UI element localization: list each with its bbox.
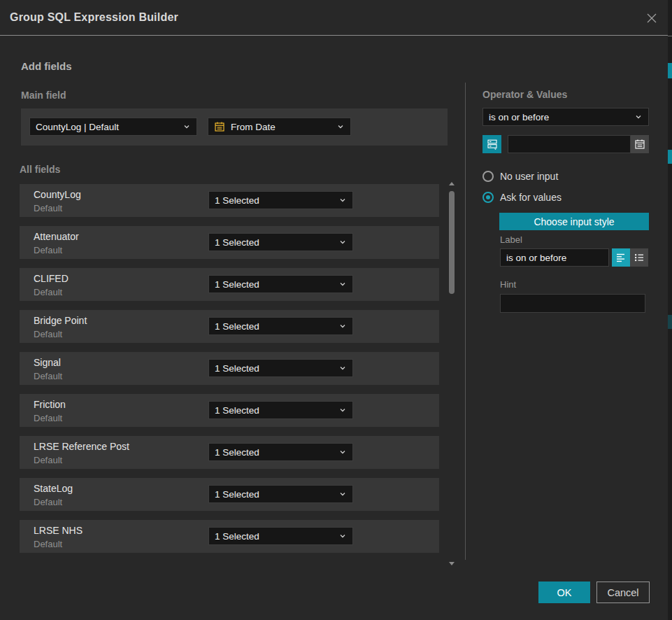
field-subtitle: Default [34, 329, 62, 339]
choose-input-style-button[interactable]: Choose input style [499, 213, 649, 230]
field-selection-dropdown-value: 1 Selected [215, 279, 334, 290]
calendar-icon [634, 139, 645, 150]
field-subtitle: Default [34, 245, 62, 255]
field-name: Signal [34, 357, 61, 368]
field-subtitle: Default [34, 203, 62, 213]
field-selection-dropdown[interactable]: 1 Selected [208, 443, 353, 461]
bullet-list-icon [634, 252, 645, 263]
field-subtitle: Default [34, 497, 62, 507]
date-picker-button[interactable] [631, 135, 649, 153]
all-fields-heading: All fields [20, 164, 60, 175]
field-selection-dropdown-value: 1 Selected [215, 531, 334, 542]
hint-field-label: Hint [500, 279, 516, 290]
radio-no-user-input[interactable]: No user input [482, 171, 558, 182]
list-input-style-button[interactable] [630, 248, 648, 267]
field-selection-dropdown-value: 1 Selected [215, 447, 334, 458]
field-row: Attenuator Default 1 Selected [20, 226, 439, 259]
field-row: Bridge Point Default 1 Selected [20, 310, 439, 343]
field-selection-dropdown[interactable]: 1 Selected [208, 275, 353, 293]
field-subtitle: Default [34, 413, 62, 423]
field-selection-dropdown-value: 1 Selected [215, 363, 334, 374]
close-icon [645, 11, 659, 25]
main-layer-dropdown[interactable]: CountyLog | Default [29, 118, 197, 136]
list-scrollbar [448, 181, 455, 567]
field-selection-dropdown[interactable]: 1 Selected [208, 401, 353, 419]
field-name: CLIFED [34, 273, 69, 284]
ok-button[interactable]: OK [538, 582, 590, 603]
dialog-titlebar: Group SQL Expression Builder [0, 0, 668, 36]
edge-accent-fragment [668, 315, 672, 329]
chevron-down-icon [338, 532, 347, 540]
field-name: Bridge Point [34, 315, 87, 326]
all-fields-list: CountyLog Default 1 Selected Attenuator … [20, 184, 439, 562]
chevron-down-icon [338, 490, 347, 498]
field-selection-dropdown-value: 1 Selected [215, 195, 334, 206]
field-row: LRSE Reference Post Default 1 Selected [20, 436, 439, 469]
field-selection-dropdown-value: 1 Selected [215, 321, 334, 332]
field-selection-dropdown[interactable]: 1 Selected [208, 233, 353, 251]
chevron-down-icon [338, 196, 347, 204]
operator-dropdown-value: is on or before [489, 112, 630, 122]
cancel-button[interactable]: Cancel [596, 582, 650, 603]
chevron-down-icon [338, 280, 347, 288]
field-selection-dropdown[interactable]: 1 Selected [208, 527, 353, 545]
field-name: StateLog [34, 483, 73, 494]
operator-dropdown[interactable]: is on or before [482, 108, 649, 126]
field-selection-dropdown-value: 1 Selected [215, 405, 334, 416]
close-button[interactable] [644, 10, 659, 26]
main-field-heading: Main field [21, 90, 66, 101]
chevron-down-icon [338, 238, 347, 246]
field-selection-dropdown-value: 1 Selected [215, 237, 334, 248]
chevron-down-icon [338, 406, 347, 414]
field-row: StateLog Default 1 Selected [20, 478, 439, 511]
single-input-style-button[interactable] [612, 248, 630, 267]
operator-values-heading: Operator & Values [482, 89, 567, 100]
field-subtitle: Default [34, 371, 62, 381]
field-name: Friction [34, 399, 66, 410]
chevron-down-icon [338, 364, 347, 372]
field-row: Signal Default 1 Selected [20, 352, 439, 385]
label-input[interactable] [500, 248, 609, 267]
scroll-down-arrow-icon[interactable] [449, 562, 455, 565]
field-subtitle: Default [34, 539, 62, 549]
field-name: Attenuator [34, 231, 79, 242]
field-row: LRSE NHS Default 1 Selected [20, 520, 439, 553]
field-selection-dropdown[interactable]: 1 Selected [208, 359, 353, 377]
radio-circle-icon [482, 171, 494, 182]
main-field-dropdown[interactable]: From Date [208, 118, 351, 136]
field-row: Friction Default 1 Selected [20, 394, 439, 427]
field-selection-dropdown-value: 1 Selected [215, 489, 334, 500]
label-field-label: Label [500, 234, 522, 245]
field-name: LRSE Reference Post [34, 441, 129, 452]
hint-input[interactable] [500, 294, 645, 313]
field-subtitle: Default [34, 287, 62, 297]
edge-accent-fragment [668, 63, 672, 78]
field-name: LRSE NHS [34, 525, 83, 536]
main-layer-dropdown-value: CountyLog | Default [36, 122, 178, 132]
edge-accent-fragment [668, 150, 672, 164]
chevron-down-icon [338, 322, 347, 330]
field-selection-dropdown[interactable]: 1 Selected [208, 485, 353, 503]
chevron-down-icon [183, 122, 191, 131]
underlying-app-edge [668, 0, 672, 620]
radio-label: Ask for values [500, 192, 562, 203]
calendar-icon [214, 121, 225, 132]
radio-circle-icon [482, 192, 494, 203]
chevron-down-icon [336, 122, 345, 131]
field-subtitle: Default [34, 455, 62, 465]
field-name: CountyLog [34, 189, 81, 200]
field-selection-dropdown[interactable]: 1 Selected [208, 191, 353, 209]
panel-divider [465, 83, 466, 560]
field-selection-dropdown[interactable]: 1 Selected [208, 317, 353, 335]
main-field-dropdown-value: From Date [231, 122, 332, 132]
field-row: CountyLog Default 1 Selected [20, 184, 439, 217]
scroll-up-arrow-icon[interactable] [449, 182, 455, 185]
scrollbar-thumb[interactable] [449, 191, 455, 294]
dialog-title: Group SQL Expression Builder [10, 11, 178, 24]
radio-ask-for-values[interactable]: Ask for values [482, 192, 562, 203]
align-left-icon [615, 252, 627, 263]
set-from-field-button[interactable] [482, 135, 501, 153]
field-stack-icon [487, 139, 498, 150]
value-input[interactable] [508, 135, 631, 153]
group-sql-expression-builder-dialog: Group SQL Expression Builder Add fields … [0, 0, 668, 620]
